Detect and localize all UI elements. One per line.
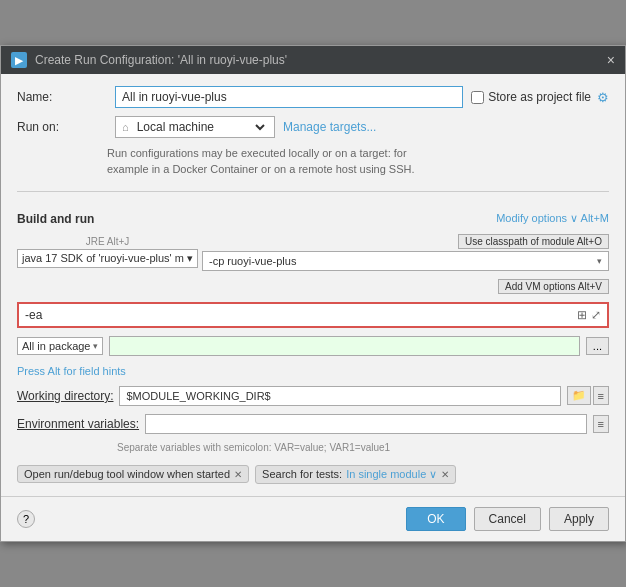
- title-bar-left: ▶ Create Run Configuration: 'All in ruoy…: [11, 52, 287, 68]
- footer-right: OK Cancel Apply: [406, 507, 609, 531]
- press-alt-text: Press Alt for field hints: [17, 365, 126, 377]
- package-type-label: All in package: [22, 340, 91, 352]
- package-arrow-icon: ▾: [93, 341, 98, 351]
- tag-open-run-label: Open run/debug tool window when started: [24, 468, 230, 480]
- vm-value: -ea: [25, 308, 42, 322]
- section-header: Build and run Modify options ∨ Alt+M: [17, 212, 609, 226]
- dir-folder-btn[interactable]: 📁: [567, 386, 591, 405]
- name-input[interactable]: [115, 86, 463, 108]
- run-config-icon: ▶: [11, 52, 27, 68]
- sep-hint: Separate variables with semicolon: VAR=v…: [117, 442, 609, 453]
- vm-shrink-btn[interactable]: ⤢: [591, 308, 601, 322]
- cp-value: -cp ruoyi-vue-plus: [209, 255, 296, 267]
- ok-button[interactable]: OK: [406, 507, 465, 531]
- cancel-button[interactable]: Cancel: [474, 507, 541, 531]
- tag-open-run: Open run/debug tool window when started …: [17, 465, 249, 483]
- manage-targets-link[interactable]: Manage targets...: [283, 120, 376, 134]
- sdk-value: java 17 SDK of 'ruoyi-vue-plus' m ▾: [22, 252, 193, 265]
- run-on-select[interactable]: ⌂ Local machine: [115, 116, 275, 138]
- env-input[interactable]: [145, 414, 587, 434]
- tag-search-label: Search for tests:: [262, 468, 342, 480]
- modify-options-link[interactable]: Modify options ∨ Alt+M: [496, 212, 609, 225]
- name-label: Name:: [17, 90, 107, 104]
- dir-var-btn[interactable]: ≡: [593, 386, 609, 405]
- cp-field[interactable]: -cp ruoyi-vue-plus ▾: [202, 251, 609, 271]
- help-button[interactable]: ?: [17, 510, 35, 528]
- store-project-row: Store as project file ⚙: [471, 90, 609, 105]
- tag-search-module[interactable]: In single module ∨: [346, 468, 437, 481]
- store-project-checkbox[interactable]: [471, 91, 484, 104]
- vm-options-field[interactable]: -ea ⊞ ⤢: [17, 302, 609, 328]
- vm-expand-btn[interactable]: ⊞: [577, 308, 587, 322]
- classpath-hint: Use classpath of module Alt+O: [202, 234, 609, 249]
- package-row: All in package ▾ ...: [17, 336, 609, 356]
- name-section: Name:: [17, 86, 463, 108]
- run-on-dropdown[interactable]: Local machine: [133, 119, 268, 135]
- sdk-select[interactable]: java 17 SDK of 'ruoyi-vue-plus' m ▾: [17, 249, 198, 268]
- dialog-title: Create Run Configuration: 'All in ruoyi-…: [35, 53, 287, 67]
- home-icon: ⌂: [122, 121, 129, 133]
- add-vm-row: Add VM options Alt+V: [17, 279, 609, 294]
- apply-button[interactable]: Apply: [549, 507, 609, 531]
- working-dir-row: Working directory: 📁 ≡: [17, 386, 609, 406]
- vm-options-right: ⊞ ⤢: [577, 308, 601, 322]
- divider-1: [17, 191, 609, 192]
- run-on-label: Run on:: [17, 120, 107, 134]
- working-dir-input[interactable]: [119, 386, 560, 406]
- tag-search-tests: Search for tests: In single module ∨ ✕: [255, 465, 456, 484]
- dir-btns: 📁 ≡: [567, 386, 609, 405]
- env-label: Environment variables:: [17, 417, 139, 431]
- browse-btn[interactable]: ...: [586, 337, 609, 355]
- title-bar: ▶ Create Run Configuration: 'All in ruoy…: [1, 46, 625, 74]
- jre-hint: JRE Alt+J: [17, 236, 198, 247]
- gear-icon[interactable]: ⚙: [597, 90, 609, 105]
- classpath-btn[interactable]: Use classpath of module Alt+O: [458, 234, 609, 249]
- env-browse-btn[interactable]: ≡: [593, 415, 609, 433]
- cp-arrow-icon: ▾: [597, 256, 602, 266]
- name-row: Name: Store as project file ⚙: [17, 86, 609, 108]
- tag-open-run-remove[interactable]: ✕: [234, 469, 242, 480]
- info-text: Run configurations may be executed local…: [107, 146, 609, 177]
- store-project-label: Store as project file: [488, 90, 591, 104]
- tags-row: Open run/debug tool window when started …: [17, 465, 609, 484]
- working-dir-label: Working directory:: [17, 389, 113, 403]
- section-title: Build and run: [17, 212, 94, 226]
- store-project-checkbox-label[interactable]: Store as project file: [471, 90, 591, 104]
- package-select[interactable]: All in package ▾: [17, 337, 103, 355]
- env-row: Environment variables: ≡: [17, 414, 609, 434]
- run-on-row: Run on: ⌂ Local machine Manage targets..…: [17, 116, 609, 138]
- hint-cp-wrapper: Use classpath of module Alt+O -cp ruoyi-…: [202, 234, 609, 271]
- hint-sdk-wrapper: JRE Alt+J java 17 SDK of 'ruoyi-vue-plus…: [17, 236, 198, 268]
- footer: ? OK Cancel Apply: [1, 496, 625, 541]
- run-config-dialog: ▶ Create Run Configuration: 'All in ruoy…: [0, 45, 626, 542]
- package-input[interactable]: [109, 336, 580, 356]
- close-button[interactable]: ×: [607, 53, 615, 67]
- press-alt-hint: Press Alt for field hints: [17, 364, 609, 378]
- dialog-body: Name: Store as project file ⚙ Run on: ⌂ …: [1, 74, 625, 496]
- sdk-row: JRE Alt+J java 17 SDK of 'ruoyi-vue-plus…: [17, 234, 609, 271]
- footer-left: ?: [17, 510, 35, 528]
- tag-search-remove[interactable]: ✕: [441, 469, 449, 480]
- add-vm-btn[interactable]: Add VM options Alt+V: [498, 279, 609, 294]
